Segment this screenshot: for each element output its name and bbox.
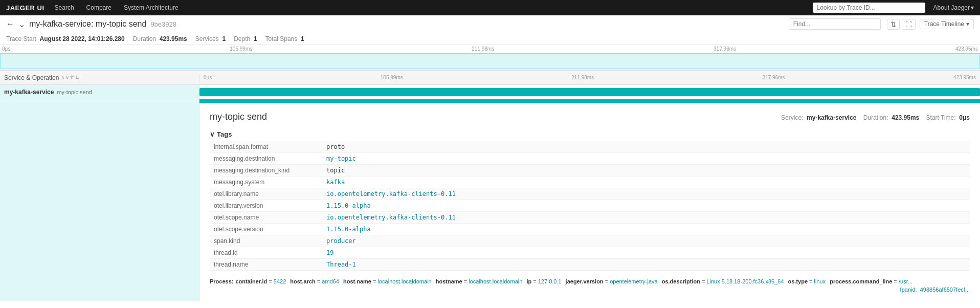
process-item: os.description = Linux 5.18.18-200.fc36.… xyxy=(662,278,784,284)
trace-start-value: August 28 2022, 14:01:26.280 xyxy=(40,35,125,42)
tag-key: thread.id xyxy=(210,247,322,259)
detail-service-label: Service: xyxy=(781,114,803,121)
process-item: jaeger.version = opentelemetry-java xyxy=(566,278,658,284)
detail-duration-label: Duration: xyxy=(863,114,888,121)
top-nav: JAEGER UI Search Compare System Architec… xyxy=(0,0,980,15)
sort-icons[interactable]: ∧ ∨ ⇈ ⇊ xyxy=(61,75,79,80)
total-spans-value: 1 xyxy=(301,35,304,42)
tag-value: proto xyxy=(322,141,970,153)
services-value: 1 xyxy=(222,35,226,42)
expand-button[interactable]: ⌄ xyxy=(18,19,25,29)
trace-id-value: 498856af6507fecf... xyxy=(920,287,970,293)
tag-value: 1.15.0-alpha xyxy=(322,200,970,212)
span-detail-title: my-topic send xyxy=(210,112,267,122)
tag-row: span.kindproducer xyxy=(210,235,970,247)
service-name-0: my-kafka-service xyxy=(4,89,54,96)
trace-lookup-input[interactable] xyxy=(813,3,925,13)
timeline-overview: 0μs 105.99ms 211.98ms 317.96ms 423.95ms xyxy=(0,45,980,71)
sort-icon-button[interactable]: ⇅ xyxy=(887,19,900,30)
duration-meta: Duration 423.95ms xyxy=(133,35,187,42)
tags-section: ∨ Tags internal.span.formatprotomessagin… xyxy=(210,130,970,271)
process-item: ip = 127.0.0.1 xyxy=(526,278,561,284)
ruler-t4: 423.95ms xyxy=(953,46,980,52)
detail-panel: my-topic send Service: my-kafka-service … xyxy=(199,103,980,301)
process-label: Process: xyxy=(210,278,233,284)
services-meta: Services 1 xyxy=(195,35,226,42)
ruler-t1: 105.99ms xyxy=(228,46,254,52)
tags-header[interactable]: ∨ Tags xyxy=(210,130,970,138)
tag-key: thread.name xyxy=(210,259,322,271)
tag-row: messaging.destinationmy-topic xyxy=(210,153,970,165)
tag-row: thread.nameThread-1 xyxy=(210,259,970,271)
operation-name-0: my-topic send xyxy=(57,89,92,95)
tag-row: otel.library.version1.15.0-alpha xyxy=(210,200,970,212)
trace-id: 9be3928 xyxy=(150,20,176,28)
brand-logo: JAEGER UI xyxy=(6,4,44,12)
back-button[interactable]: ← xyxy=(6,19,14,29)
col-t1: 105.99ms xyxy=(381,75,403,80)
selected-span-bar xyxy=(199,99,980,103)
detail-header-row: my-topic send Service: my-kafka-service … xyxy=(210,112,970,124)
tags-chevron-icon: ∨ xyxy=(210,130,215,138)
timeline-col-header: 0μs 105.99ms 211.98ms 317.96ms 423.95ms xyxy=(199,75,980,80)
detail-service-value: my-kafka-service xyxy=(807,114,856,121)
tag-value: io.opentelemetry.kafka-clients-0.11 xyxy=(322,188,970,200)
trace-header: ← ⌄ my-kafka-service: my-topic send 9be3… xyxy=(0,15,980,33)
tag-key: otel.scope.name xyxy=(210,212,322,224)
tag-key: messaging.system xyxy=(210,177,322,188)
tag-row: thread.id19 xyxy=(210,247,970,259)
tag-row: internal.span.formatproto xyxy=(210,141,970,153)
col-t0: 0μs xyxy=(204,75,212,80)
timeline-mode-button[interactable]: Trace Timeline ▾ xyxy=(920,19,974,29)
col-t3: 317.96ms xyxy=(763,75,785,80)
tag-value: 19 xyxy=(322,247,970,259)
tag-key: internal.span.format xyxy=(210,141,322,153)
process-row: Process:container.id = 5422 host.arch = … xyxy=(210,275,970,284)
detail-start-time-label: Start Time: xyxy=(926,114,956,121)
process-item: host.name = localhost.localdomain xyxy=(343,278,432,284)
service-op-col-header: Service & Operation ∧ ∨ ⇈ ⇊ xyxy=(0,74,199,81)
col-t4: 423.95ms xyxy=(953,75,976,80)
tag-key: otel.scope.version xyxy=(210,224,322,235)
span-row-0[interactable]: my-kafka-service my-topic send xyxy=(0,85,199,99)
tag-value: kafka xyxy=(322,177,970,188)
timeline-col-data: my-topic send Service: my-kafka-service … xyxy=(199,85,980,301)
tag-row: otel.scope.nameio.opentelemetry.kafka-cl… xyxy=(210,212,970,224)
process-item: host.arch = amd64 xyxy=(290,278,339,284)
tag-key: otel.library.name xyxy=(210,188,322,200)
trace-start-label: Trace Start August 28 2022, 14:01:26.280 xyxy=(6,35,125,42)
detail-duration-value: 423.95ms xyxy=(892,114,919,121)
tag-row: otel.scope.version1.15.0-alpha xyxy=(210,224,970,235)
detail-start-time-value: 0μs xyxy=(959,114,970,121)
depth-meta: Depth 1 xyxy=(234,35,257,42)
sort-up-icon[interactable]: ∧ xyxy=(61,75,64,80)
span-bar-0[interactable] xyxy=(199,88,980,96)
nav-system-architecture[interactable]: System Architecture xyxy=(122,4,181,11)
sort-bottom-icon[interactable]: ⇊ xyxy=(75,75,79,80)
tag-key: messaging.destination xyxy=(210,153,322,165)
tag-key: otel.library.version xyxy=(210,200,322,212)
process-item: os.type = linux xyxy=(788,278,826,284)
minimap[interactable] xyxy=(0,53,980,69)
nav-compare[interactable]: Compare xyxy=(84,4,114,11)
trace-meta: Trace Start August 28 2022, 14:01:26.280… xyxy=(0,33,980,45)
total-spans-meta: Total Spans 1 xyxy=(265,35,304,42)
process-item: process.command_line = /usr... xyxy=(830,278,912,284)
tag-row: messaging.systemkafka xyxy=(210,177,970,188)
tag-key: messaging.destination_kind xyxy=(210,165,322,177)
sort-down-icon[interactable]: ∨ xyxy=(65,75,69,80)
sort-top-icon[interactable]: ⇈ xyxy=(70,75,74,80)
tag-key: span.kind xyxy=(210,235,322,247)
nav-search[interactable]: Search xyxy=(53,4,76,11)
trace-title: my-kafka-service: my-topic send xyxy=(29,19,146,29)
span-bar-row-0 xyxy=(199,85,980,99)
trace-id-row: fpanid: 498856af6507fecf... xyxy=(210,287,970,293)
process-item: hostname = localhost.localdomain xyxy=(436,278,523,284)
duration-value: 423.95ms xyxy=(160,35,187,42)
col-header: Service & Operation ∧ ∨ ⇈ ⇊ 0μs 105.99ms… xyxy=(0,71,980,85)
find-input[interactable] xyxy=(789,18,881,30)
about-jaeger-link[interactable]: About Jaeger ▾ xyxy=(933,4,974,11)
process-item: container.id = 5422 xyxy=(235,278,286,284)
fullscreen-button[interactable]: ⛶ xyxy=(902,19,916,30)
tags-table: internal.span.formatprotomessaging.desti… xyxy=(210,141,970,271)
